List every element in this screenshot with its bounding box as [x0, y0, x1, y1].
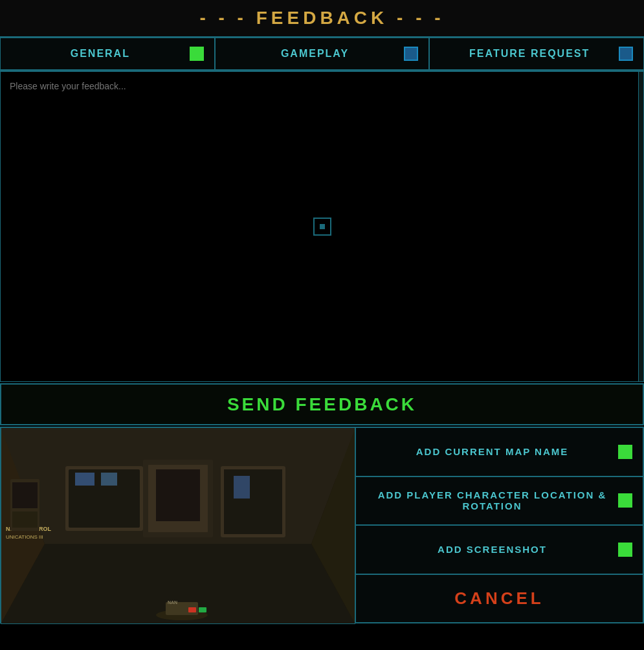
- svg-rect-11: [75, 473, 94, 486]
- cancel-button[interactable]: CANCEL: [355, 574, 643, 623]
- svg-text:UNICATIONS III: UNICATIONS III: [6, 534, 43, 540]
- send-feedback-button[interactable]: SEND FEEDBACK: [0, 383, 644, 425]
- tab-general-label: GENERAL: [11, 48, 190, 60]
- page-title: - - - FEEDBACK - - -: [199, 8, 444, 28]
- scrollbar[interactable]: [638, 72, 643, 381]
- add-screenshot-label: ADD SCREENSHOT: [366, 544, 618, 555]
- tab-gameplay-label: GAMEPLAY: [226, 48, 405, 60]
- cursor-icon: [313, 218, 331, 236]
- add-location-label: ADD PLAYER CHARACTER LOCATION & ROTATION: [366, 489, 618, 511]
- svg-rect-15: [156, 469, 200, 521]
- svg-rect-12: [101, 473, 117, 486]
- svg-rect-23: [188, 607, 196, 612]
- feedback-text-area-section: [0, 71, 644, 382]
- send-feedback-label: SEND FEEDBACK: [227, 394, 417, 415]
- tab-general-indicator: [190, 47, 204, 61]
- svg-text:NAN: NAN: [168, 600, 177, 605]
- add-map-name-indicator: [618, 445, 632, 459]
- tab-feature-request-label: FEATURE REQUEST: [440, 48, 619, 60]
- screenshot-preview: ND III CONTROL UNICATIONS III NAN: [1, 427, 355, 624]
- svg-rect-17: [224, 469, 282, 534]
- tabs-container: GENERAL GAMEPLAY FEATURE REQUEST: [0, 38, 644, 71]
- add-map-name-label: ADD CURRENT MAP NAME: [366, 446, 618, 457]
- tab-gameplay-indicator: [404, 47, 418, 61]
- add-screenshot-button[interactable]: ADD SCREENSHOT: [355, 525, 643, 574]
- add-location-indicator: [618, 493, 632, 508]
- tab-feature-request-indicator: [619, 47, 633, 61]
- svg-rect-26: [12, 482, 38, 508]
- cancel-label: CANCEL: [454, 588, 544, 609]
- svg-rect-27: [12, 511, 38, 528]
- action-buttons-container: ADD CURRENT MAP NAME ADD PLAYER CHARACTE…: [355, 427, 643, 623]
- tab-gameplay[interactable]: GAMEPLAY: [215, 38, 430, 70]
- bottom-section: ND III CONTROL UNICATIONS III NAN ADD CU…: [0, 427, 644, 623]
- tab-feature-request[interactable]: FEATURE REQUEST: [429, 38, 644, 70]
- game-scene-svg: ND III CONTROL UNICATIONS III NAN: [1, 427, 355, 624]
- add-location-button[interactable]: ADD PLAYER CHARACTER LOCATION & ROTATION: [355, 476, 643, 526]
- svg-rect-18: [234, 476, 250, 499]
- add-map-name-button[interactable]: ADD CURRENT MAP NAME: [355, 427, 643, 476]
- add-screenshot-indicator: [618, 543, 632, 557]
- tab-general[interactable]: GENERAL: [0, 38, 215, 70]
- svg-rect-24: [199, 607, 206, 612]
- header: - - - FEEDBACK - - -: [0, 0, 644, 38]
